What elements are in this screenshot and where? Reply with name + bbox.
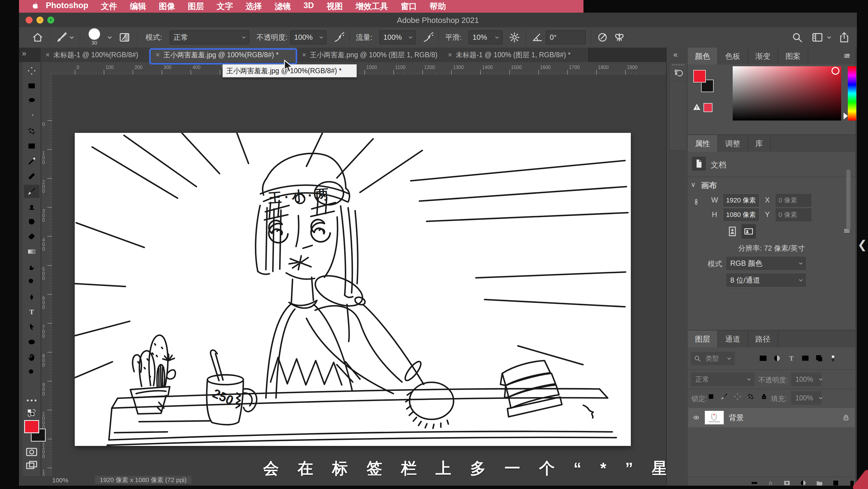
canvas[interactable]: 王·小·两 — [75, 133, 631, 446]
menu-item-Photoshop[interactable]: Photoshop — [39, 1, 95, 12]
menu-item-窗口[interactable]: 窗口 — [395, 1, 424, 12]
tab-properties[interactable]: 属性 — [688, 135, 718, 152]
gamut-warning-icon[interactable] — [692, 102, 702, 111]
lock-brush-icon[interactable] — [720, 393, 728, 400]
collapse-panels-icon[interactable]: « — [673, 50, 678, 59]
mode-select[interactable]: 正常 — [170, 30, 249, 44]
filter-frame-icon[interactable] — [801, 354, 810, 363]
tab-adjustments[interactable]: 调整 — [718, 135, 748, 152]
opacity-select[interactable]: 100% — [290, 30, 327, 44]
lock-lock-icon[interactable] — [760, 393, 768, 400]
zoom-level[interactable]: 100% — [52, 477, 68, 484]
frame-tool[interactable] — [24, 139, 39, 153]
flow-select[interactable]: 100% — [379, 30, 415, 44]
horizontal-ruler[interactable]: 0100200300400500600700800900100011001200… — [52, 62, 666, 75]
status-chevron-icon[interactable]: 〉 — [182, 476, 188, 485]
quick-mask-icon[interactable] — [24, 445, 39, 459]
brush-preview[interactable]: 30 — [86, 28, 103, 46]
layers-new-layer-icon[interactable] — [832, 479, 840, 487]
eye-icon[interactable] — [692, 414, 701, 421]
color-foreground-swatch[interactable] — [693, 70, 706, 83]
eyedropper-tool[interactable] — [24, 155, 39, 168]
brush-preset-chevron-icon[interactable] — [68, 31, 76, 43]
tab-paths[interactable]: 路径 — [748, 330, 778, 348]
brush-tool[interactable] — [24, 185, 39, 198]
y-field[interactable]: 0 像素 — [775, 208, 812, 222]
type-tool[interactable]: T — [24, 305, 39, 319]
pen-pressure-icon[interactable] — [596, 31, 609, 43]
shape-ellipse-tool[interactable] — [24, 335, 39, 349]
bit-depth-select[interactable]: 8 位/通道 — [726, 273, 807, 287]
gamut-swatch[interactable] — [704, 103, 712, 112]
properties-scrollbar[interactable] — [846, 169, 850, 230]
menu-item-图层[interactable]: 图层 — [181, 1, 210, 12]
crop-tool[interactable] — [24, 124, 39, 138]
airbrush-icon[interactable] — [422, 31, 434, 43]
smudge-tool[interactable] — [24, 260, 39, 273]
tab-patterns[interactable]: 图案 — [778, 47, 808, 64]
title-bar[interactable]: – + Adobe Photoshop 2021 — [19, 13, 857, 28]
filter-adjustment-icon[interactable] — [772, 354, 781, 363]
vertical-ruler[interactable]: 0100200300400500600700800900100011001200 — [41, 75, 53, 476]
smoothing-gear-icon[interactable] — [508, 31, 521, 43]
layers-link-layers-icon[interactable] — [750, 479, 758, 487]
tab-color[interactable]: 颜色 — [688, 47, 718, 64]
workspace-icon[interactable] — [810, 31, 824, 43]
brush-tool-icon[interactable] — [56, 31, 68, 43]
smoothing-select[interactable]: 10% — [469, 30, 502, 44]
menu-item-图像[interactable]: 图像 — [153, 1, 181, 12]
layer-filter-select[interactable]: 类型 — [691, 352, 735, 365]
eraser-tool[interactable] — [24, 230, 39, 243]
fill-select[interactable]: 100% — [791, 391, 822, 405]
pen-tool[interactable] — [24, 290, 39, 303]
move-tool[interactable] — [24, 64, 39, 77]
history-dock[interactable] — [669, 62, 687, 151]
width-field[interactable]: 1920 像素 — [723, 193, 760, 207]
tab-layers[interactable]: 图层 — [688, 330, 718, 348]
search-icon[interactable] — [791, 31, 803, 43]
hue-slider-pointer[interactable] — [844, 113, 848, 119]
lock-crop-icon[interactable] — [747, 393, 755, 400]
brush-size-chevron-icon[interactable] — [106, 31, 114, 43]
orientation-landscape-icon[interactable] — [741, 224, 756, 239]
menu-item-视图[interactable]: 视图 — [320, 1, 349, 12]
document-info[interactable]: 1920 像素 x 1080 像素 (72 ppi) — [95, 476, 191, 484]
apple-icon[interactable] — [30, 2, 39, 11]
menu-item-选择[interactable]: 选择 — [239, 1, 268, 12]
menu-item-编辑[interactable]: 编辑 — [124, 1, 153, 12]
menu-item-增效工具[interactable]: 增效工具 — [349, 1, 395, 12]
workspace-chevron-icon[interactable] — [826, 31, 833, 43]
layers-fx-icon[interactable]: fx — [767, 479, 775, 487]
menu-item-文件[interactable]: 文件 — [95, 1, 124, 12]
layers-mask-icon[interactable] — [783, 479, 791, 487]
close-icon[interactable]: × — [443, 51, 456, 59]
close-icon[interactable]: × — [297, 51, 310, 59]
tab-libraries[interactable]: 库 — [748, 135, 771, 152]
clone-stamp-tool[interactable] — [24, 200, 39, 213]
dodge-tool[interactable] — [24, 275, 39, 288]
lasso-tool[interactable] — [24, 94, 39, 107]
section-chevron-icon[interactable]: ∨ — [691, 181, 695, 189]
document-tab-1[interactable]: ×未标题-1 @ 100%(RGB/8#) — [41, 47, 151, 62]
angle-field[interactable]: 0° — [546, 30, 586, 44]
color-mode-select[interactable]: RGB 颜色 — [726, 256, 807, 270]
tab-gradients[interactable]: 渐变 — [748, 47, 778, 64]
hue-slider[interactable] — [848, 66, 856, 121]
layers-folder-icon[interactable] — [815, 479, 824, 487]
filter-type-icon[interactable]: T — [787, 354, 796, 363]
filter-image-icon[interactable] — [758, 354, 768, 363]
layers-adjustment-icon[interactable] — [799, 479, 807, 487]
expand-panels-icon[interactable]: » — [846, 50, 850, 59]
lock-checker-icon[interactable] — [707, 393, 715, 400]
menu-item-文字[interactable]: 文字 — [210, 1, 239, 12]
gradient-tool[interactable] — [24, 245, 39, 258]
saturation-square[interactable] — [733, 66, 841, 121]
canvas-section-label[interactable]: 画布 — [701, 180, 717, 191]
brush-settings-panel-icon[interactable] — [119, 31, 130, 43]
screen-mode-icon[interactable] — [24, 459, 39, 472]
path-select-tool[interactable] — [24, 320, 39, 333]
layer-row[interactable]: 背景 — [688, 408, 855, 427]
orientation-portrait-icon[interactable] — [726, 225, 738, 237]
height-field[interactable]: 1080 像素 — [723, 208, 760, 222]
link-dimensions-icon[interactable] — [692, 194, 700, 210]
